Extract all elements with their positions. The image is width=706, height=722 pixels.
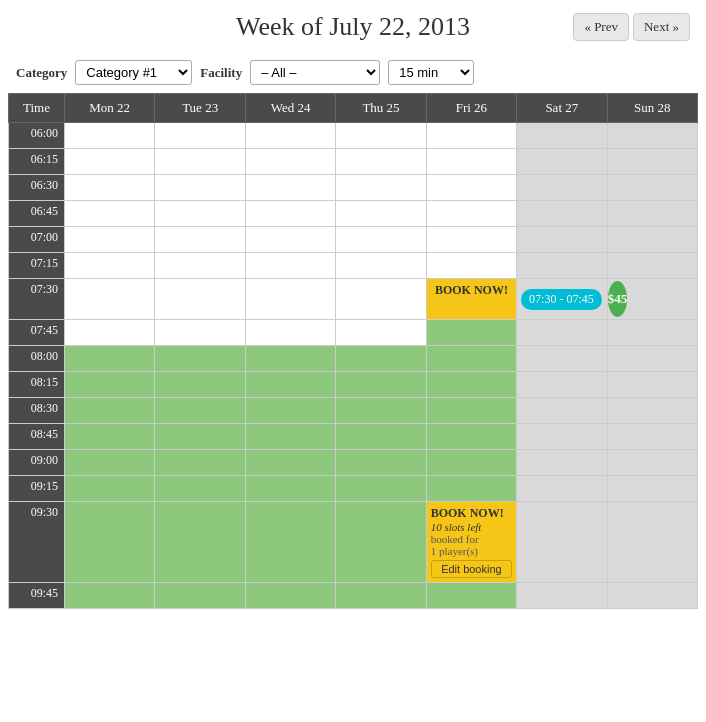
slot-thu-0715[interactable] bbox=[336, 253, 426, 279]
slot-tue-0730[interactable] bbox=[155, 279, 245, 320]
slot-mon-0845[interactable] bbox=[65, 424, 155, 450]
book-now-expanded-fri-0930[interactable]: BOOK NOW! 10 slots left booked for 1 pla… bbox=[426, 502, 516, 583]
slot-tue-0745[interactable] bbox=[155, 320, 245, 346]
slot-wed-0645[interactable] bbox=[245, 201, 335, 227]
price-badge[interactable]: $45 bbox=[608, 281, 628, 317]
slot-mon-0600[interactable] bbox=[65, 123, 155, 149]
slot-fri-0615[interactable] bbox=[426, 149, 516, 175]
slot-fri-0600[interactable] bbox=[426, 123, 516, 149]
slot-wed-0830[interactable] bbox=[245, 398, 335, 424]
slot-tue-0915[interactable] bbox=[155, 476, 245, 502]
interval-select[interactable]: 15 min bbox=[388, 60, 474, 85]
slot-tue-0830[interactable] bbox=[155, 398, 245, 424]
slot-fri-0945[interactable] bbox=[426, 583, 516, 609]
slot-mon-0930[interactable] bbox=[65, 502, 155, 583]
slot-mon-0615[interactable] bbox=[65, 149, 155, 175]
category-select[interactable]: Category #1 bbox=[75, 60, 192, 85]
slot-tue-0815[interactable] bbox=[155, 372, 245, 398]
slot-thu-0745[interactable] bbox=[336, 320, 426, 346]
slot-thu-0615[interactable] bbox=[336, 149, 426, 175]
slot-mon-0745[interactable] bbox=[65, 320, 155, 346]
slot-mon-0915[interactable] bbox=[65, 476, 155, 502]
book-now-fri-0730[interactable]: BOOK NOW! bbox=[426, 279, 516, 320]
prev-button[interactable]: « Prev bbox=[573, 13, 629, 41]
slot-wed-0745[interactable] bbox=[245, 320, 335, 346]
slot-thu-0700[interactable] bbox=[336, 227, 426, 253]
book-now-label[interactable]: BOOK NOW! bbox=[427, 279, 516, 302]
slot-fri-0915[interactable] bbox=[426, 476, 516, 502]
slot-thu-0830[interactable] bbox=[336, 398, 426, 424]
slot-wed-0915[interactable] bbox=[245, 476, 335, 502]
slot-tue-0800[interactable] bbox=[155, 346, 245, 372]
slot-wed-0800[interactable] bbox=[245, 346, 335, 372]
slot-fri-0830[interactable] bbox=[426, 398, 516, 424]
slot-mon-0630[interactable] bbox=[65, 175, 155, 201]
slot-fri-0745[interactable] bbox=[426, 320, 516, 346]
slot-wed-0615[interactable] bbox=[245, 149, 335, 175]
slot-thu-0730[interactable] bbox=[336, 279, 426, 320]
header-wed: Wed 24 bbox=[245, 94, 335, 123]
time-cell: 06:45 bbox=[9, 201, 65, 227]
book-now-expanded-label[interactable]: BOOK NOW! bbox=[431, 506, 504, 520]
slot-thu-0645[interactable] bbox=[336, 201, 426, 227]
slot-mon-0715[interactable] bbox=[65, 253, 155, 279]
header-fri: Fri 26 bbox=[426, 94, 516, 123]
edit-booking-button[interactable]: Edit booking bbox=[431, 560, 512, 578]
slot-tue-0600[interactable] bbox=[155, 123, 245, 149]
slot-tue-0930[interactable] bbox=[155, 502, 245, 583]
slot-tue-0715[interactable] bbox=[155, 253, 245, 279]
slot-tue-0645[interactable] bbox=[155, 201, 245, 227]
slot-wed-0600[interactable] bbox=[245, 123, 335, 149]
slot-thu-0800[interactable] bbox=[336, 346, 426, 372]
slot-wed-0930[interactable] bbox=[245, 502, 335, 583]
slot-tue-0945[interactable] bbox=[155, 583, 245, 609]
slot-mon-0800[interactable] bbox=[65, 346, 155, 372]
slot-thu-0900[interactable] bbox=[336, 450, 426, 476]
slot-wed-0730[interactable] bbox=[245, 279, 335, 320]
slot-wed-0945[interactable] bbox=[245, 583, 335, 609]
slot-fri-0845[interactable] bbox=[426, 424, 516, 450]
slot-mon-0700[interactable] bbox=[65, 227, 155, 253]
next-button[interactable]: Next » bbox=[633, 13, 690, 41]
facility-select[interactable]: – All – bbox=[250, 60, 380, 85]
slot-tue-0900[interactable] bbox=[155, 450, 245, 476]
slot-mon-0945[interactable] bbox=[65, 583, 155, 609]
slot-thu-0915[interactable] bbox=[336, 476, 426, 502]
slot-wed-0815[interactable] bbox=[245, 372, 335, 398]
slot-sat-0700 bbox=[517, 227, 607, 253]
slot-sat-0815 bbox=[517, 372, 607, 398]
slot-mon-0830[interactable] bbox=[65, 398, 155, 424]
slot-fri-0900[interactable] bbox=[426, 450, 516, 476]
slot-thu-0815[interactable] bbox=[336, 372, 426, 398]
slot-wed-0700[interactable] bbox=[245, 227, 335, 253]
slot-tue-0700[interactable] bbox=[155, 227, 245, 253]
slot-mon-0645[interactable] bbox=[65, 201, 155, 227]
slot-sun-0800 bbox=[607, 346, 697, 372]
slot-tue-0615[interactable] bbox=[155, 149, 245, 175]
slot-thu-0845[interactable] bbox=[336, 424, 426, 450]
slot-mon-0730[interactable] bbox=[65, 279, 155, 320]
slot-mon-0815[interactable] bbox=[65, 372, 155, 398]
calendar-table: Time Mon 22 Tue 23 Wed 24 Thu 25 Fri 26 … bbox=[8, 93, 698, 609]
slot-fri-0645[interactable] bbox=[426, 201, 516, 227]
slot-wed-0900[interactable] bbox=[245, 450, 335, 476]
slot-wed-0630[interactable] bbox=[245, 175, 335, 201]
slot-thu-0630[interactable] bbox=[336, 175, 426, 201]
slot-mon-0900[interactable] bbox=[65, 450, 155, 476]
slot-thu-0930[interactable] bbox=[336, 502, 426, 583]
table-row: 06:30 bbox=[9, 175, 698, 201]
slot-thu-0945[interactable] bbox=[336, 583, 426, 609]
slot-fri-0700[interactable] bbox=[426, 227, 516, 253]
slot-tue-0630[interactable] bbox=[155, 175, 245, 201]
slot-fri-0800[interactable] bbox=[426, 346, 516, 372]
slot-wed-0845[interactable] bbox=[245, 424, 335, 450]
category-label: Category bbox=[16, 65, 67, 81]
slot-thu-0600[interactable] bbox=[336, 123, 426, 149]
slot-fri-0630[interactable] bbox=[426, 175, 516, 201]
slot-wed-0715[interactable] bbox=[245, 253, 335, 279]
slot-fri-0715[interactable] bbox=[426, 253, 516, 279]
slot-sat-0930 bbox=[517, 502, 607, 583]
nav-buttons: « Prev Next » bbox=[573, 13, 690, 41]
slot-tue-0845[interactable] bbox=[155, 424, 245, 450]
slot-fri-0815[interactable] bbox=[426, 372, 516, 398]
